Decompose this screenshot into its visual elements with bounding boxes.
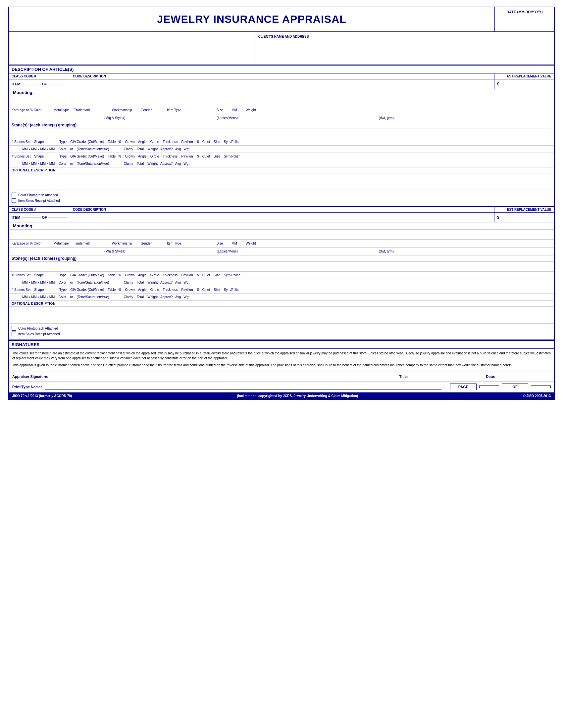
item-of-blank-2[interactable] xyxy=(48,217,67,218)
mm-detail-row-2b: MM x MM x MM x MM Color or (Tone/Saturat… xyxy=(9,294,554,301)
trademark-label-1: Trademark xyxy=(74,108,90,112)
sales-receipt-checkbox-1[interactable] xyxy=(12,198,16,203)
date-field-label: DATE (MM/DD/YYYY) xyxy=(494,7,554,31)
est-replace-label-2: EST REPLACEMENT VALUE xyxy=(494,207,554,212)
of-page-label: OF xyxy=(502,384,528,390)
color-photo-checkbox-2[interactable] xyxy=(12,326,16,331)
item-number-row-1: ITEM OF $ xyxy=(9,79,554,89)
stones-spacer-2a[interactable] xyxy=(9,262,554,272)
checkbox-row-1a: Color Photograph Attached xyxy=(12,193,551,197)
print-line[interactable] xyxy=(45,384,441,389)
item-number-cell-2: ITEM OF xyxy=(9,213,70,222)
checkbox-row-2b: Item Sales Receipt Attached xyxy=(12,332,551,336)
mm-detail-row-2a: MM x MM x MM x MM Color or (Tone/Saturat… xyxy=(9,279,554,286)
footer-right: © JISO 2005-2013 xyxy=(523,394,551,398)
checkboxes-2: Color Photograph Attached Item Sales Rec… xyxy=(9,325,554,339)
dollar-sign-2: $ xyxy=(497,215,499,220)
of-label-2: OF xyxy=(42,215,47,219)
photo-area-1: Color Photograph Attached Item Sales Rec… xyxy=(9,190,554,206)
color-photo-label-2: Color Photograph Attached xyxy=(18,327,58,330)
size-label-2: Size xyxy=(216,242,223,245)
item-desc-cell-1[interactable] xyxy=(70,79,494,89)
stones-text-2a: # Stones Set Shape Type GIA Grade: (Cut/… xyxy=(12,273,240,277)
size-label-1: Size xyxy=(216,108,223,112)
sig-para1-text: The values set forth herein are an estim… xyxy=(12,351,551,361)
description-section-header: DESCRIPTION OF ARTICLE(S) xyxy=(9,65,554,73)
item-number-blank-2[interactable] xyxy=(22,217,40,218)
title-label: Title: xyxy=(399,375,408,379)
client-area: CLIENT'S NAME AND ADDRESS xyxy=(9,32,554,65)
footer-center: (Incl material copyrighted by JCRS, Jewe… xyxy=(237,394,358,398)
karatage-row-1: Karatage or % Color Metal type Trademark… xyxy=(9,106,554,114)
item-label-1: ITEM xyxy=(12,82,20,86)
stones-detail-row-1b: # Stones Set Shape Type GIA Grade: (Cut/… xyxy=(9,153,554,160)
dollar-sign-1: $ xyxy=(497,82,499,86)
client-name-label: CLIENT'S NAME AND ADDRESS xyxy=(258,35,550,38)
optional-desc-body-2[interactable] xyxy=(9,307,554,323)
code-desc-label-1: CODE DESCRIPTION xyxy=(70,73,494,79)
client-info: CLIENT'S NAME AND ADDRESS xyxy=(254,32,554,65)
item-number-blank-1[interactable] xyxy=(22,84,40,84)
print-type-label: Print/Type Name: xyxy=(12,385,42,389)
mfg-style-label-2: (Mfg & Style#) xyxy=(104,250,125,253)
of-label-1: OF xyxy=(42,82,47,86)
color-photo-label-1: Color Photograph Attached xyxy=(18,193,58,197)
appraisal-form: JEWELRY INSURANCE APPRAISAL DATE (MM/DD/… xyxy=(8,7,555,400)
mm-detail-row-1a: MM x MM x MM x MM Color or (Tone/Saturat… xyxy=(9,146,554,153)
mounting-label-2: Mounting: xyxy=(13,223,34,228)
dwt-grm-label-1: (dwt, grm) xyxy=(379,116,394,120)
mounting-row-2: Mounting: xyxy=(9,222,554,230)
class-code-label-2: CLASS CODE # xyxy=(9,207,70,212)
metal-type-label-1: Metal type xyxy=(54,108,69,112)
date-line[interactable] xyxy=(498,374,551,379)
gender-label-1: Gender xyxy=(141,108,152,112)
karatage-label-1: Karatage or % Color xyxy=(12,108,42,112)
sales-receipt-checkbox-2[interactable] xyxy=(12,332,16,336)
class-code-row-1: CLASS CODE # CODE DESCRIPTION EST REPLAC… xyxy=(9,73,554,79)
mm-label-2: MM xyxy=(231,242,237,245)
checkbox-row-2a: Color Photograph Attached xyxy=(12,326,551,331)
optional-desc-body-1[interactable] xyxy=(9,173,554,190)
appraiser-sig-row: Appraiser Signature: Title: Date: xyxy=(9,372,554,382)
item-type-label-1: Item Type xyxy=(167,108,181,112)
mounting-detail-1[interactable] xyxy=(9,96,554,106)
stones-text-1b: # Stones Set Shape Type GIA Grade: (Cut/… xyxy=(12,155,240,158)
stones-grouping-label-1: Stone(s): (each stone(s) grouping) xyxy=(9,122,554,128)
color-photo-checkbox-1[interactable] xyxy=(12,193,16,197)
print-row: Print/Type Name: PAGE OF xyxy=(9,382,554,392)
stones-spacer-1a[interactable] xyxy=(9,128,554,138)
item-value-cell-1: $ xyxy=(494,79,554,89)
stones-grouping-label-2: Stone(s): (each stone(s) grouping) xyxy=(9,255,554,262)
optional-desc-header-1: OPTIONAL DESCRIPTION xyxy=(9,167,554,173)
ladies-mens-label-2: (Ladies/Mens) xyxy=(216,250,237,253)
item-block-1: CLASS CODE # CODE DESCRIPTION EST REPLAC… xyxy=(9,73,554,207)
page-number-blank[interactable] xyxy=(479,386,499,388)
class-code-label-1: CLASS CODE # xyxy=(9,73,70,79)
sales-receipt-label-2: Item Sales Receipt Attached xyxy=(18,332,60,336)
weight-label-1: Weight xyxy=(246,108,256,112)
signatures-section: SIGNATURES The values set forth herein a… xyxy=(9,340,554,392)
form-title: JEWELRY INSURANCE APPRAISAL xyxy=(9,7,494,31)
optional-desc-header-2: OPTIONAL DESCRIPTION xyxy=(9,301,554,307)
metal-type-label-2: Metal type xyxy=(54,242,69,245)
class-code-row-2: CLASS CODE # CODE DESCRIPTION EST REPLAC… xyxy=(9,207,554,213)
appraiser-sig-line[interactable] xyxy=(51,374,397,379)
item-type-label-2: Item Type xyxy=(167,242,181,245)
mounting-detail-2[interactable] xyxy=(9,230,554,240)
signatures-header: SIGNATURES xyxy=(9,341,554,349)
item-desc-cell-2[interactable] xyxy=(70,213,494,222)
sales-receipt-label-1: Item Sales Receipt Attached xyxy=(18,199,60,203)
weight-label-2: Weight xyxy=(246,242,256,245)
of-page-blank[interactable] xyxy=(531,386,551,388)
code-desc-label-2: CODE DESCRIPTION xyxy=(70,207,494,212)
page-label: PAGE xyxy=(450,384,477,390)
date-field-label-sig: Date: xyxy=(486,375,495,379)
mm-text-2a: MM x MM x MM x MM Color or (Tone/Saturat… xyxy=(22,281,189,284)
mm-detail-row-1b: MM x MM x MM x MM Color or (Tone/Saturat… xyxy=(9,160,554,167)
item-block-2: CLASS CODE # CODE DESCRIPTION EST REPLAC… xyxy=(9,207,554,340)
checkbox-row-1b: Item Sales Receipt Attached xyxy=(12,198,551,203)
item-of-blank-1[interactable] xyxy=(48,84,67,84)
karatage-row-sub-1: (Mfg & Style#) (Ladies/Mens) (dwt, grm) xyxy=(9,114,554,122)
mounting-label-1: Mounting: xyxy=(13,90,34,95)
title-line[interactable] xyxy=(410,374,483,379)
